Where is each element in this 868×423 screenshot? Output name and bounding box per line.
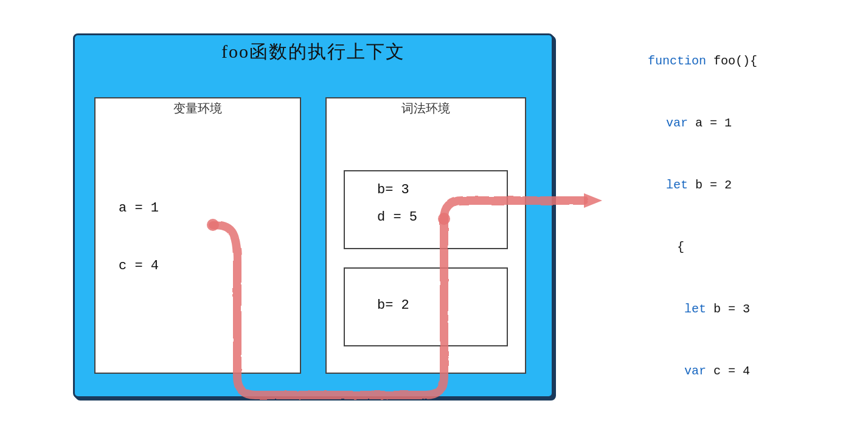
kw-let-b3: let — [684, 302, 706, 316]
code-line-1: function foo(){ — [619, 30, 850, 92]
lex-block-scope-box — [344, 170, 508, 249]
code-c4: c = 4 — [706, 364, 750, 378]
code-foo-open: foo(){ — [706, 54, 757, 68]
kw-var-a: var — [666, 116, 688, 130]
execution-context-title: foo函数的执行上下文 — [73, 40, 554, 64]
code-line-6: var c = 4 — [619, 340, 850, 402]
code-b3: b = 3 — [706, 302, 750, 316]
kw-var-c: var — [684, 364, 706, 378]
lex-d5-value: d = 5 — [377, 210, 417, 225]
svg-marker-0 — [584, 193, 602, 208]
var-a-value: a = 1 — [119, 201, 159, 216]
code-line-5: let b = 3 — [619, 278, 850, 340]
lexical-environment-label: 词法环境 — [325, 100, 526, 117]
lex-outer-scope-box — [344, 267, 508, 346]
lex-b3-value: b= 3 — [377, 182, 409, 198]
code-line-4: { — [619, 216, 850, 278]
lex-b2-value: b= 2 — [377, 298, 409, 313]
variable-environment-label: 变量环境 — [94, 100, 301, 117]
kw-function: function — [648, 54, 706, 68]
code-b2: b = 2 — [688, 178, 732, 192]
code-line-3: let b = 2 — [619, 154, 850, 216]
code-line-7: let d = 5 — [619, 402, 850, 423]
code-panel: function foo(){ var a = 1 let b = 2 { le… — [619, 30, 850, 423]
code-line-2: var a = 1 — [619, 92, 850, 154]
code-open-brace: { — [648, 240, 684, 254]
variable-environment-box — [94, 97, 301, 374]
code-a1: a = 1 — [688, 116, 732, 130]
kw-let-b2: let — [666, 178, 688, 192]
var-c-value: c = 4 — [119, 258, 159, 273]
